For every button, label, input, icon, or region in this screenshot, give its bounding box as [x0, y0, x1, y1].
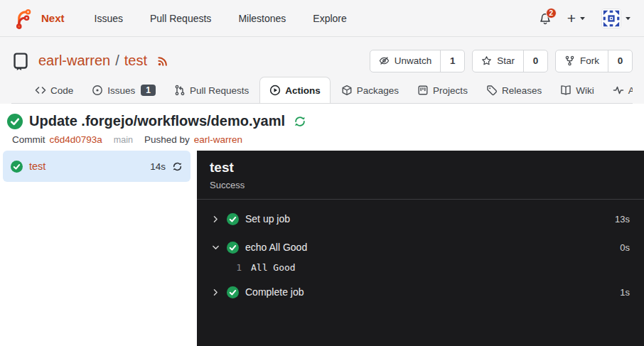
fork-label: Fork: [580, 55, 599, 66]
tab-issues-label: Issues: [107, 85, 135, 96]
success-check-icon: [11, 161, 23, 173]
tab-wiki-label: Wiki: [576, 85, 594, 96]
tab-activity[interactable]: Ac: [605, 77, 633, 103]
step-name: echo All Good: [245, 242, 307, 253]
repo-header: earl-warren / test Unwatch 1: [0, 37, 644, 104]
star-button[interactable]: Star: [473, 50, 523, 72]
job-status: Success: [210, 180, 631, 190]
repo-tabs: Code Issues 1 Pull Requests Actions Pack…: [11, 77, 633, 104]
tab-pull-requests[interactable]: Pull Requests: [166, 77, 257, 103]
nav-issues[interactable]: Issues: [95, 13, 123, 24]
step-duration: 13s: [615, 214, 630, 225]
rerun-workflow-button[interactable]: [294, 115, 306, 128]
log-line-number: 1: [232, 262, 242, 273]
repo-title-row: earl-warren / test Unwatch 1: [11, 37, 633, 72]
rerun-icon: [172, 161, 183, 172]
nav-explore[interactable]: Explore: [313, 13, 346, 24]
watch-button-group: Unwatch 1: [370, 50, 466, 72]
chevron-down-icon: [579, 15, 586, 21]
book-icon: [560, 85, 571, 96]
activity-icon: [613, 85, 624, 96]
repo-owner-link[interactable]: earl-warren: [38, 53, 110, 69]
fork-button[interactable]: Fork: [556, 50, 608, 72]
run-meta: Commit c6d4d0793a main Pushed by earl-wa…: [12, 134, 633, 145]
repo-name-link[interactable]: test: [124, 53, 147, 69]
job-duration: 14s: [150, 161, 166, 172]
chevron-down-icon: [211, 243, 220, 252]
rerun-icon: [294, 115, 306, 128]
unwatch-label: Unwatch: [395, 55, 432, 66]
tab-releases[interactable]: Releases: [478, 77, 549, 103]
tab-code[interactable]: Code: [27, 77, 81, 103]
notifications-button[interactable]: 2: [539, 12, 552, 25]
rerun-job-button[interactable]: [172, 161, 183, 172]
tab-code-label: Code: [50, 85, 73, 96]
issue-opened-icon: [92, 85, 103, 96]
repo-action-buttons: Unwatch 1 Star 0 Fork 0: [370, 50, 633, 72]
forgejo-logo-icon: [13, 8, 34, 29]
step-echo-all-good[interactable]: echo All Good 0s: [197, 233, 644, 261]
tab-pull-requests-label: Pull Requests: [190, 85, 249, 96]
rss-icon: [156, 55, 169, 67]
step-duration: 1s: [620, 287, 630, 298]
chevron-right-icon: [211, 215, 220, 224]
nav-milestones[interactable]: Milestones: [238, 13, 286, 24]
play-circle-icon: [269, 85, 281, 96]
jobs-sidebar: test 14s: [0, 151, 197, 346]
avatar: [601, 9, 621, 28]
tab-projects[interactable]: Projects: [409, 77, 476, 103]
tab-packages[interactable]: Packages: [333, 77, 407, 103]
tab-actions-label: Actions: [285, 85, 321, 96]
repo-title: earl-warren / test: [38, 53, 169, 69]
job-steps: Set up job 13s echo All Good 0s 1 All Go…: [197, 200, 644, 306]
fork-button-group: Fork 0: [555, 50, 633, 72]
star-label: Star: [497, 55, 515, 66]
commit-hash-link[interactable]: c6d4d0793a: [50, 134, 102, 145]
stars-count[interactable]: 0: [523, 50, 547, 72]
unwatch-button[interactable]: Unwatch: [370, 50, 441, 72]
job-item-test[interactable]: test 14s: [3, 151, 190, 182]
tab-releases-label: Releases: [502, 85, 542, 96]
forgejo-app: Next Issues Pull Requests Milestones Exp…: [0, 0, 644, 346]
user-menu-button[interactable]: [601, 9, 631, 28]
tab-actions[interactable]: Actions: [259, 77, 331, 104]
job-panel-header: test Success: [197, 151, 644, 200]
main-nav: Issues Pull Requests Milestones Explore: [95, 13, 347, 24]
repo-book-icon: [11, 52, 30, 70]
commit-label: Commit: [12, 134, 45, 145]
run-body: test 14s test Success Set up job: [0, 145, 644, 346]
job-name: test: [29, 161, 45, 172]
eye-slash-icon: [379, 55, 390, 66]
forks-count[interactable]: 0: [608, 50, 632, 72]
star-button-group: Star 0: [472, 50, 548, 72]
forgejo-logo[interactable]: [13, 8, 34, 29]
success-check-icon: [227, 213, 239, 225]
plus-icon: +: [567, 11, 576, 26]
tab-projects-label: Projects: [433, 85, 468, 96]
rss-feed-button[interactable]: [156, 55, 169, 67]
tab-activity-label: Ac: [628, 85, 633, 96]
run-title-row: Update .forgejo/workflows/demo.yaml: [7, 113, 633, 129]
step-name: Set up job: [245, 213, 290, 225]
fork-icon: [564, 55, 575, 66]
star-icon: [481, 55, 492, 66]
navbar-right: 2 +: [539, 9, 631, 28]
chevron-right-icon: [211, 288, 220, 297]
pushed-by-label: Pushed by: [144, 134, 190, 145]
create-new-button[interactable]: +: [567, 11, 586, 26]
pushed-by-user-link[interactable]: earl-warren: [194, 134, 242, 145]
top-navbar: Next Issues Pull Requests Milestones Exp…: [0, 0, 644, 37]
chevron-down-icon: [625, 15, 631, 21]
repo-separator: /: [115, 53, 119, 69]
step-set-up-job[interactable]: Set up job 13s: [197, 205, 644, 233]
tab-packages-label: Packages: [357, 85, 399, 96]
step-complete-job[interactable]: Complete job 1s: [197, 278, 644, 306]
tab-issues[interactable]: Issues 1: [84, 77, 163, 103]
brand-label[interactable]: Next: [41, 12, 65, 24]
package-icon: [341, 85, 353, 96]
tab-wiki[interactable]: Wiki: [552, 77, 602, 103]
issues-count-badge: 1: [141, 85, 156, 96]
pull-request-icon: [174, 85, 186, 96]
watchers-count[interactable]: 1: [440, 50, 464, 72]
nav-pull-requests[interactable]: Pull Requests: [150, 13, 211, 24]
